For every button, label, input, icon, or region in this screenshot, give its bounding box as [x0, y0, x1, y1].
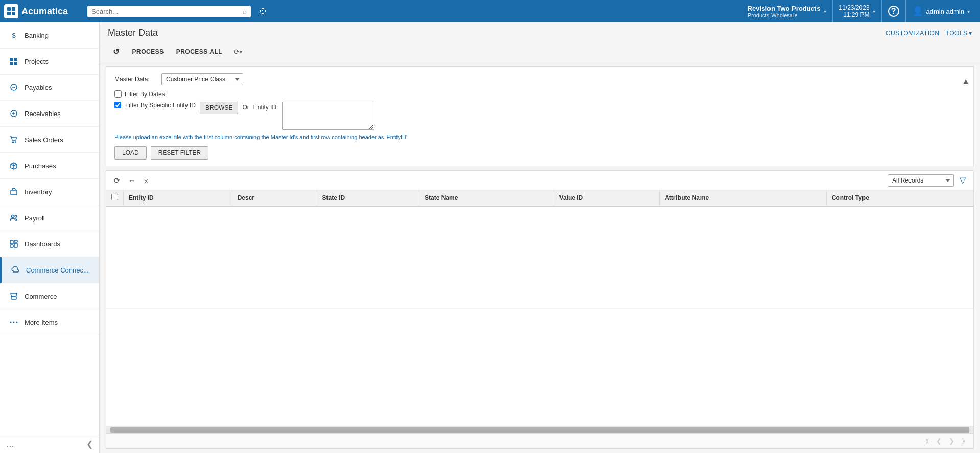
process-all-button[interactable]: PROCESS ALL — [171, 46, 227, 58]
browse-button[interactable]: BROWSE — [200, 102, 238, 114]
sidebar-label-receivables: Receivables — [25, 110, 61, 118]
toolbar: ↺ PROCESS PROCESS ALL ⟳ ▾ — [100, 41, 980, 62]
undo-button[interactable]: ↺ — [108, 44, 125, 59]
circle-minus-icon — [8, 82, 19, 93]
sidebar-item-payroll[interactable]: Payroll — [0, 205, 99, 231]
svg-rect-20 — [10, 245, 13, 247]
search-input[interactable] — [91, 8, 241, 15]
cart-icon — [8, 134, 19, 145]
th-control-type: Control Type — [826, 190, 973, 206]
tools-chevron-icon: ▾ — [969, 30, 972, 37]
records-select[interactable]: All Records Modified Unmodified — [888, 174, 954, 187]
sidebar-collapse-icon[interactable]: ❮ — [86, 439, 93, 449]
sidebar-label-commerce: Commerce — [25, 292, 57, 300]
grid-footer: ⟪ ❮ ❯ ⟫ — [106, 433, 973, 448]
nav-datetime[interactable]: 11/23/2023 11:29 PM ▾ — [833, 0, 882, 22]
filter-icon: ▽ — [960, 176, 966, 185]
svg-rect-0 — [7, 7, 11, 11]
toolbar-more-button[interactable]: ⟳ ▾ — [229, 45, 246, 58]
grid-empty-row — [106, 206, 973, 308]
sidebar-label-payroll: Payroll — [25, 214, 45, 222]
branch-sub: Products Wholesale — [748, 12, 821, 18]
logo-text: Acumatica — [21, 6, 68, 17]
filter-entity-row: Filter By Specific Entity ID BROWSE Or E… — [114, 102, 965, 130]
svg-rect-3 — [12, 12, 15, 15]
search-bar[interactable]: ⌕ — [87, 6, 251, 17]
master-data-select[interactable]: Customer Price Class Customers Vendors I… — [161, 73, 243, 85]
master-data-row: Master Data: Customer Price Class Custom… — [114, 73, 965, 85]
entity-id-textarea[interactable] — [282, 102, 374, 130]
svg-rect-18 — [10, 240, 13, 244]
grid-fit-columns-button[interactable]: ↔ — [126, 175, 138, 186]
grid-table: Entity ID Descr State ID State Name — [106, 190, 973, 309]
customization-link[interactable]: CUSTOMIZATION — [886, 30, 940, 37]
sidebar-item-commerce[interactable]: Commerce — [0, 283, 99, 309]
dropdown-chevron-icon: ▾ — [240, 49, 242, 55]
sidebar-item-banking[interactable]: $ Banking — [0, 22, 99, 49]
nav-help[interactable]: ? — [882, 0, 906, 22]
svg-point-23 — [10, 322, 12, 323]
sidebar-label-inventory: Inventory — [25, 188, 52, 196]
dots-icon — [8, 316, 19, 328]
cloud-icon — [10, 264, 21, 276]
or-text: Or — [242, 102, 249, 111]
filter-dates-label[interactable]: Filter By Dates — [125, 90, 165, 98]
content-header: Master Data CUSTOMIZATION TOOLS ▾ — [100, 22, 980, 41]
sidebar-item-sales-orders[interactable]: Sales Orders — [0, 127, 99, 153]
grid-hscroll-thumb[interactable] — [110, 427, 969, 433]
panel-collapse-button[interactable]: ▲ — [960, 77, 972, 86]
people-icon — [8, 212, 19, 223]
sidebar-ellipsis[interactable]: … — [6, 440, 14, 449]
sidebar-item-more-items[interactable]: More Items — [0, 309, 99, 335]
prev-page-button[interactable]: ❮ — [933, 436, 945, 446]
filter-button[interactable]: ▽ — [957, 174, 968, 187]
datetime-chevron-icon: ▾ — [873, 9, 875, 14]
filter-dates-checkbox[interactable] — [114, 90, 122, 98]
logo-icon — [4, 4, 18, 18]
sidebar-label-payables: Payables — [25, 84, 52, 92]
nav-user[interactable]: 👤 admin admin ▾ — [906, 0, 976, 22]
header-actions: CUSTOMIZATION TOOLS ▾ — [886, 30, 972, 37]
entity-id-label: Entity ID: — [253, 102, 278, 111]
select-all-checkbox[interactable] — [111, 194, 118, 200]
circle-plus-icon — [8, 108, 19, 119]
recent-icon[interactable]: ⏲ — [255, 5, 271, 18]
content-area: Master Data CUSTOMIZATION TOOLS ▾ ↺ PROC… — [100, 22, 980, 453]
search-icon: ⌕ — [243, 8, 247, 15]
nav-branch[interactable]: Revision Two Products Products Wholesale… — [741, 0, 833, 22]
sidebar-item-dashboards[interactable]: Dashboards — [0, 231, 99, 257]
branch-main: Revision Two Products — [748, 5, 821, 12]
grid-refresh-button[interactable]: ⟳ — [111, 175, 123, 186]
last-page-button[interactable]: ⟫ — [959, 436, 968, 446]
user-icon: 👤 — [912, 6, 923, 17]
grid-export-icon: ⨯ — [144, 177, 149, 185]
filter-entity-checkbox[interactable] — [114, 102, 121, 108]
svg-rect-1 — [12, 7, 15, 11]
nav-time: 11:29 PM — [843, 11, 869, 18]
grid-hscroll-track[interactable] — [110, 427, 969, 433]
sidebar-item-commerce-connect[interactable]: Commerce Connec... — [0, 257, 99, 283]
grid-fit-icon: ↔ — [128, 176, 135, 185]
sidebar-item-projects[interactable]: Projects — [0, 49, 99, 75]
svg-rect-15 — [11, 190, 17, 195]
grid-hscroll[interactable] — [106, 426, 973, 433]
grid-header-row: Entity ID Descr State ID State Name — [106, 190, 973, 206]
svg-point-17 — [15, 215, 17, 217]
tools-link[interactable]: TOOLS ▾ — [946, 30, 972, 37]
reset-filter-button[interactable]: RESET FILTER — [151, 146, 209, 160]
box-icon — [8, 160, 19, 171]
sidebar-item-inventory[interactable]: Inventory — [0, 179, 99, 205]
sidebar-item-payables[interactable]: Payables — [0, 75, 99, 101]
grid-table-wrap: Entity ID Descr State ID State Name — [106, 190, 973, 426]
load-button[interactable]: LOAD — [114, 146, 147, 160]
process-button[interactable]: PROCESS — [127, 46, 169, 58]
grid-filter-right: All Records Modified Unmodified ▽ — [888, 174, 968, 187]
first-page-button[interactable]: ⟪ — [922, 436, 932, 446]
grid-export-button[interactable]: ⨯ — [141, 175, 151, 186]
th-attribute-name: Attribute Name — [660, 190, 827, 206]
sidebar-item-purchases[interactable]: Purchases — [0, 153, 99, 179]
svg-rect-4 — [10, 58, 13, 61]
sidebar-item-receivables[interactable]: Receivables — [0, 101, 99, 127]
next-page-button[interactable]: ❯ — [946, 436, 958, 446]
filter-entity-label[interactable]: Filter By Specific Entity ID — [125, 102, 196, 109]
